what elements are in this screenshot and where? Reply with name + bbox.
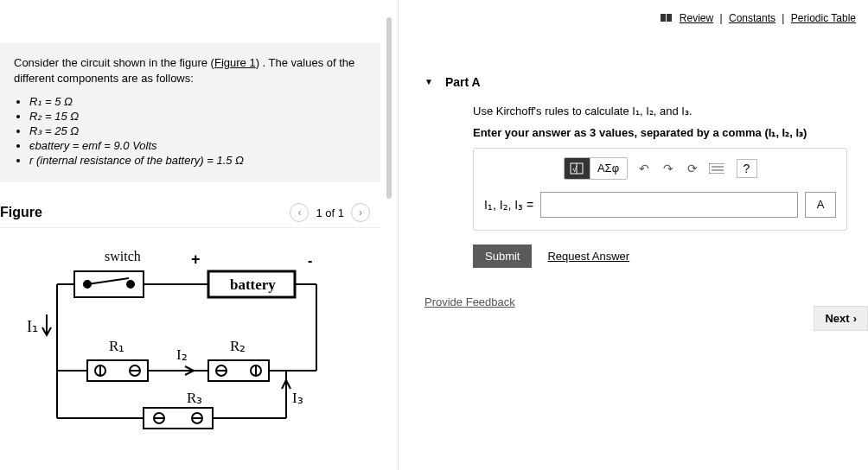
problem-intro-pre: Consider the circuit shown in the figure… bbox=[14, 56, 214, 69]
component-r2: R₂ = 15 Ω bbox=[29, 110, 367, 123]
request-answer-link[interactable]: Request Answer bbox=[547, 250, 629, 263]
submit-button[interactable]: Submit bbox=[473, 245, 532, 268]
svg-rect-32 bbox=[661, 14, 666, 22]
answer-input[interactable] bbox=[540, 192, 798, 218]
review-link[interactable]: Review bbox=[680, 12, 713, 24]
part-question: Use Kirchoff's rules to calculate I₁, I₂… bbox=[473, 105, 847, 118]
next-button[interactable]: Next › bbox=[814, 306, 868, 331]
label-minus: - bbox=[308, 253, 312, 268]
reset-icon[interactable]: ⟳ bbox=[685, 161, 700, 176]
label-plus: + bbox=[191, 251, 201, 268]
label-I2: I₂ bbox=[176, 346, 188, 363]
component-list: R₁ = 5 Ω R₂ = 15 Ω R₃ = 25 Ω єbattery = … bbox=[29, 95, 367, 167]
greek-tool-button[interactable]: ΑΣφ bbox=[590, 158, 627, 179]
figure-next-button[interactable]: › bbox=[351, 203, 370, 222]
label-R2: R₂ bbox=[230, 338, 246, 354]
label-battery: battery bbox=[230, 276, 276, 293]
collapse-caret-icon[interactable]: ▼ bbox=[424, 77, 433, 86]
component-rint: r (internal resistance of the battery) =… bbox=[29, 154, 367, 167]
component-emf: єbattery = emf = 9.0 Volts bbox=[29, 139, 367, 152]
label-I1: I₁ bbox=[27, 318, 38, 335]
template-tool-button[interactable]: √ bbox=[565, 158, 590, 179]
svg-text:√: √ bbox=[572, 165, 577, 174]
circuit-figure: switch + - battery I₁ I₂ I₃ R₁ R₂ R₃ bbox=[0, 228, 380, 447]
provide-feedback-link[interactable]: Provide Feedback bbox=[424, 295, 515, 308]
label-R1: R₁ bbox=[109, 338, 124, 354]
undo-icon[interactable]: ↶ bbox=[636, 161, 652, 176]
book-icon bbox=[661, 13, 673, 25]
label-R3: R₃ bbox=[187, 390, 202, 406]
constants-link[interactable]: Constants bbox=[729, 12, 775, 24]
figure-prev-button[interactable]: ‹ bbox=[290, 203, 309, 222]
svg-rect-33 bbox=[667, 14, 672, 22]
svg-line-8 bbox=[87, 278, 129, 284]
answer-label: I₁, I₂, I₃ = bbox=[484, 198, 533, 212]
component-r3: R₃ = 25 Ω bbox=[29, 124, 367, 137]
figure-page-indicator: 1 of 1 bbox=[316, 206, 344, 219]
part-title: Part A bbox=[445, 75, 481, 89]
left-scrollbar[interactable] bbox=[386, 0, 392, 470]
problem-statement: Consider the circuit shown in the figure… bbox=[0, 43, 380, 182]
help-button[interactable]: ? bbox=[737, 159, 757, 178]
chevron-right-icon: › bbox=[853, 312, 857, 325]
answer-instruction: Enter your answer as 3 values, separated… bbox=[473, 126, 847, 139]
figure-link[interactable]: Figure 1 bbox=[214, 56, 256, 69]
answer-unit: A bbox=[805, 192, 836, 218]
svg-rect-37 bbox=[709, 163, 724, 174]
next-label: Next bbox=[825, 312, 849, 325]
figure-title: Figure bbox=[0, 205, 42, 220]
label-I3: I₃ bbox=[292, 390, 303, 406]
periodic-table-link[interactable]: Periodic Table bbox=[791, 12, 856, 24]
component-r1: R₁ = 5 Ω bbox=[29, 95, 367, 108]
redo-icon[interactable]: ↷ bbox=[661, 161, 676, 176]
svg-point-7 bbox=[127, 281, 134, 288]
label-switch: switch bbox=[105, 249, 141, 264]
keyboard-icon[interactable] bbox=[709, 161, 724, 176]
answer-box: √ ΑΣφ ↶ ↷ ⟳ ? I₁, I₂, I₃ = bbox=[473, 148, 847, 231]
